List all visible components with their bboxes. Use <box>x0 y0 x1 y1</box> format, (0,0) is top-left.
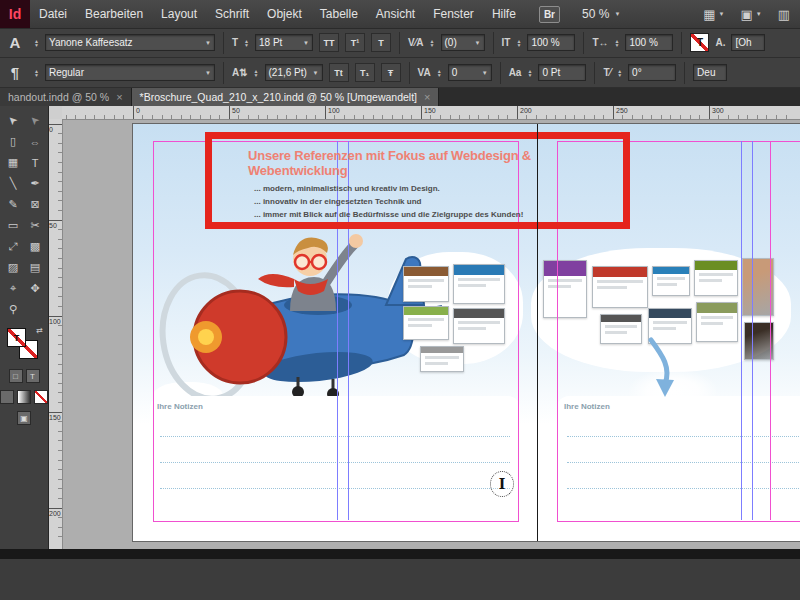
fill-stroke-controls[interactable]: T ⇄ <box>7 328 41 362</box>
fill-swatch[interactable]: T <box>7 328 26 347</box>
skew-icon: T⁄ <box>603 67 611 78</box>
close-icon[interactable]: × <box>116 91 122 103</box>
vertical-scale-field[interactable]: 100 % <box>527 34 575 51</box>
menu-bearbeiten[interactable]: Bearbeiten <box>76 7 152 21</box>
menu-hilfe[interactable]: Hilfe <box>483 7 525 21</box>
tracking-stepper[interactable]: ▲▼ <box>437 69 442 77</box>
content-collector-tool[interactable]: ▦ <box>2 152 24 173</box>
superscript-button[interactable]: T¹ <box>345 33 365 52</box>
leading-field[interactable]: (21,6 Pt) ▼ <box>265 64 323 81</box>
baseline-shift-field[interactable]: 0 Pt <box>538 64 586 81</box>
zoom-control[interactable]: 50 % ▼ <box>582 7 620 21</box>
apply-none-button[interactable] <box>34 390 48 404</box>
apply-color-button[interactable] <box>0 390 14 404</box>
vertical-ruler[interactable]: 050100150200 <box>48 119 63 549</box>
leading-stepper[interactable]: ▲▼ <box>254 69 259 77</box>
horizontal-scale-stepper[interactable]: ▲▼ <box>614 39 619 47</box>
type-tool[interactable]: T <box>24 152 46 173</box>
kerning-value: (0) <box>445 37 457 48</box>
subscript-button[interactable]: T₁ <box>355 63 375 82</box>
zoom-tool[interactable]: ⚲ <box>2 299 24 320</box>
menu-ansicht[interactable]: Ansicht <box>367 7 424 21</box>
font-stepper[interactable]: ▲▼ <box>34 39 39 47</box>
menu-fenster[interactable]: Fenster <box>424 7 483 21</box>
hand-tool[interactable]: ✥ <box>24 278 46 299</box>
rectangle-tool-icon: ▭ <box>8 219 18 232</box>
character-formatting-icon[interactable]: A <box>2 34 28 51</box>
gradient-swatch-tool[interactable]: ▩ <box>24 236 46 257</box>
font-size-field[interactable]: 18 Pt ▼ <box>255 34 313 51</box>
separator <box>594 62 595 84</box>
language-field[interactable]: Deu <box>693 64 727 81</box>
rectangle-frame-tool[interactable]: ⊠ <box>24 194 46 215</box>
swap-fill-stroke-icon[interactable]: ⇄ <box>36 326 43 335</box>
font-size-icon: T <box>232 37 238 48</box>
normal-view-button[interactable]: ▣ <box>17 411 31 425</box>
workspace-button[interactable]: ▥ <box>778 7 790 22</box>
menu-layout[interactable]: Layout <box>152 7 206 21</box>
kerning-field[interactable]: (0) ▼ <box>441 34 485 51</box>
eyedropper-tool[interactable]: ⌖ <box>2 278 24 299</box>
horizontal-scale-field[interactable]: 100 % <box>625 34 673 51</box>
character-style-icon: A. <box>715 37 725 48</box>
scissors-tool[interactable]: ✂ <box>24 215 46 236</box>
document-tab[interactable]: *Broschure_Quad_210_x_210.indd @ 50 % [U… <box>132 88 440 106</box>
paragraph-formatting-icon[interactable]: ¶ <box>2 64 28 81</box>
tracking-field[interactable]: 0 ▼ <box>448 64 492 81</box>
selection-tool[interactable]: ➤ <box>2 110 24 131</box>
screen-mode-menu-button[interactable]: ▣▼ <box>740 7 761 22</box>
free-transform-tool[interactable]: ⤢ <box>2 236 24 257</box>
strikethrough-button[interactable]: Ŧ <box>381 63 401 82</box>
tracking-value: 0 <box>452 67 458 78</box>
rectangle-tool[interactable]: ▭ <box>2 215 24 236</box>
direct-selection-tool-icon: ➤ <box>27 113 43 129</box>
pencil-tool[interactable]: ✎ <box>2 194 24 215</box>
font-style-select[interactable]: Regular ▼ <box>45 64 215 81</box>
bottom-panel <box>0 559 800 600</box>
view-options-button[interactable]: ▦▼ <box>703 7 724 22</box>
content-collector-tool-icon: ▦ <box>8 156 18 169</box>
note-tool[interactable]: ▤ <box>24 257 46 278</box>
formatting-affects-text-button[interactable]: T <box>26 369 40 383</box>
bridge-button[interactable]: Br <box>539 6 560 23</box>
vertical-scale-value: 100 % <box>531 37 559 48</box>
ruler-tick: 200 <box>48 508 63 517</box>
pasteboard[interactable]: Unsere Referenzen mit Fokus auf Webdesig… <box>62 119 800 549</box>
skew-field[interactable]: 0° <box>628 64 676 81</box>
underline-button[interactable]: T <box>371 33 391 52</box>
close-icon[interactable]: × <box>424 91 430 103</box>
horizontal-ruler[interactable]: 050100150200250300 <box>62 106 800 120</box>
menu-schrift[interactable]: Schrift <box>206 7 258 21</box>
line-tool[interactable]: ╲ <box>2 173 24 194</box>
page-tool[interactable]: ▯ <box>2 131 24 152</box>
column-guide <box>752 141 753 520</box>
skew-stepper[interactable]: ▲▼ <box>617 69 622 77</box>
headline-bullet: ... innovativ in der eingesetzten Techni… <box>254 195 623 208</box>
leading-icon: A⇅ <box>232 67 248 78</box>
menu-objekt[interactable]: Objekt <box>258 7 311 21</box>
baseline-stepper[interactable]: ▲▼ <box>527 69 532 77</box>
formatting-affects-container-button[interactable]: □ <box>9 369 23 383</box>
bottom-divider <box>0 549 800 559</box>
pen-tool[interactable]: ✒ <box>24 173 46 194</box>
style-stepper[interactable]: ▲▼ <box>34 69 39 77</box>
headline-frame[interactable]: Unsere Referenzen mit Fokus auf Webdesig… <box>205 132 630 229</box>
chevron-down-icon: ▼ <box>205 70 211 76</box>
kerning-stepper[interactable]: ▲▼ <box>430 39 435 47</box>
document-spread[interactable]: Unsere Referenzen mit Fokus auf Webdesig… <box>133 124 800 541</box>
font-family-select[interactable]: Yanone Kaffeesatz ▼ <box>45 34 215 51</box>
gap-tool[interactable]: ⇔ <box>24 131 46 152</box>
apply-gradient-button[interactable] <box>17 390 31 404</box>
all-caps-button[interactable]: TT <box>319 33 339 52</box>
text-color-swatch[interactable]: T <box>690 33 709 52</box>
menu-datei[interactable]: Datei <box>30 7 76 21</box>
character-style-field[interactable]: [Oh <box>731 34 765 51</box>
font-size-stepper[interactable]: ▲▼ <box>244 39 249 47</box>
ruler-origin-corner[interactable] <box>48 106 63 120</box>
direct-selection-tool[interactable]: ➤ <box>24 110 46 131</box>
menu-tabelle[interactable]: Tabelle <box>311 7 367 21</box>
small-caps-button[interactable]: Tt <box>329 63 349 82</box>
gradient-feather-tool[interactable]: ▨ <box>2 257 24 278</box>
document-tab[interactable]: handout.indd @ 50 %× <box>0 88 132 106</box>
vertical-scale-stepper[interactable]: ▲▼ <box>516 39 521 47</box>
